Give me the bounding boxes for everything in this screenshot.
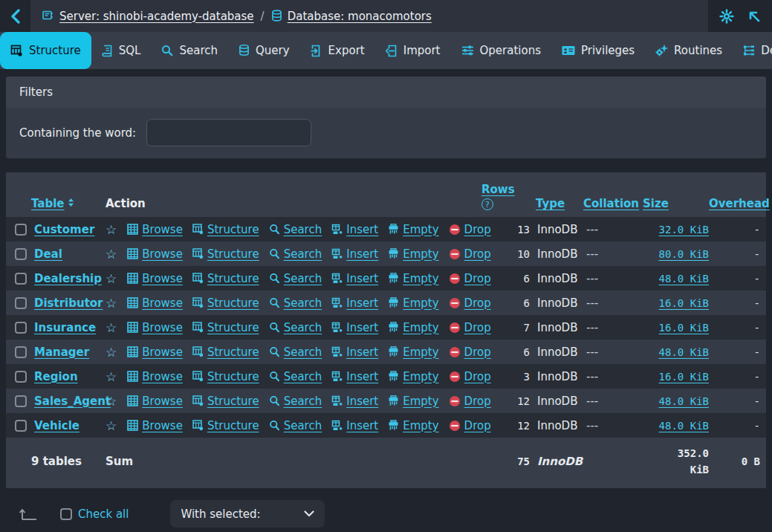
favorite-star-icon[interactable]: ☆	[106, 320, 117, 335]
browse-link[interactable]: Browse	[127, 272, 183, 285]
row-size-link[interactable]: 48.0 KiB	[659, 395, 709, 407]
structure-link[interactable]: Structure	[192, 296, 259, 310]
insert-link[interactable]: Insert	[331, 296, 378, 310]
structure-link[interactable]: Structure	[192, 247, 259, 261]
table-name-link[interactable]: Manager	[31, 346, 89, 359]
search-link[interactable]: Search	[269, 419, 322, 432]
table-name-link[interactable]: Insurance	[31, 321, 96, 334]
tab-export[interactable]: Export	[300, 32, 375, 69]
rows-help-icon[interactable]: ?	[481, 198, 493, 210]
browse-link[interactable]: Browse	[127, 247, 183, 261]
search-link[interactable]: Search	[269, 223, 322, 236]
structure-link[interactable]: Structure	[192, 223, 259, 236]
table-name-link[interactable]: Dealership	[31, 272, 102, 285]
browse-link[interactable]: Browse	[127, 395, 183, 408]
empty-link[interactable]: Empty	[388, 223, 438, 236]
favorite-star-icon[interactable]: ☆	[106, 345, 117, 360]
sort-size-link[interactable]: Size	[643, 197, 669, 210]
containing-word-input[interactable]	[146, 119, 311, 146]
row-size-link[interactable]: 48.0 KiB	[659, 420, 709, 432]
row-checkbox[interactable]	[15, 395, 27, 407]
table-name-link[interactable]: Region	[31, 370, 78, 383]
row-checkbox[interactable]	[15, 297, 27, 309]
row-checkbox[interactable]	[15, 248, 27, 260]
favorite-star-icon[interactable]: ☆	[106, 418, 117, 433]
insert-link[interactable]: Insert	[331, 247, 378, 261]
table-name-link[interactable]: Distributor	[31, 296, 103, 310]
with-selected-dropdown[interactable]: With selected:	[170, 500, 325, 528]
structure-link[interactable]: Structure	[192, 321, 259, 334]
tab-sql[interactable]: SQL	[91, 32, 152, 69]
empty-link[interactable]: Empty	[388, 296, 438, 310]
tab-routines[interactable]: Routines	[645, 32, 733, 69]
browse-link[interactable]: Browse	[127, 223, 183, 236]
favorite-star-icon[interactable]: ☆	[106, 271, 117, 286]
empty-link[interactable]: Empty	[388, 346, 438, 359]
empty-link[interactable]: Empty	[388, 395, 438, 408]
empty-link[interactable]: Empty	[388, 370, 438, 383]
tab-operations[interactable]: Operations	[451, 32, 551, 69]
search-link[interactable]: Search	[269, 247, 322, 261]
empty-link[interactable]: Empty	[388, 419, 438, 432]
empty-link[interactable]: Empty	[388, 272, 438, 285]
browse-link[interactable]: Browse	[127, 370, 183, 383]
table-name-link[interactable]: Customer	[31, 223, 94, 236]
browse-link[interactable]: Browse	[127, 321, 183, 334]
browse-link[interactable]: Browse	[127, 419, 183, 432]
structure-link[interactable]: Structure	[192, 272, 259, 285]
tab-query[interactable]: Query	[228, 32, 300, 69]
insert-link[interactable]: Insert	[331, 370, 378, 383]
sort-overhead-link[interactable]: Overhead	[709, 197, 770, 210]
row-checkbox[interactable]	[15, 346, 27, 358]
search-link[interactable]: Search	[269, 321, 322, 334]
sort-collation-link[interactable]: Collation	[583, 197, 639, 210]
insert-link[interactable]: Insert	[331, 346, 378, 359]
back-button[interactable]	[0, 0, 30, 32]
tab-structure[interactable]: Structure	[0, 32, 91, 69]
settings-gear-icon[interactable]	[719, 9, 734, 24]
row-checkbox[interactable]	[15, 273, 27, 285]
search-link[interactable]: Search	[269, 272, 322, 285]
row-size-link[interactable]: 80.0 KiB	[659, 248, 709, 260]
sort-arrows-icon[interactable]	[68, 198, 74, 207]
favorite-star-icon[interactable]: ☆	[106, 247, 117, 262]
row-size-link[interactable]: 48.0 KiB	[659, 346, 709, 358]
insert-link[interactable]: Insert	[331, 223, 378, 236]
row-size-link[interactable]: 16.0 KiB	[659, 371, 709, 383]
empty-link[interactable]: Empty	[388, 247, 438, 261]
tab-import[interactable]: Import	[375, 32, 451, 69]
table-name-link[interactable]: Deal	[31, 247, 62, 261]
browse-link[interactable]: Browse	[127, 346, 183, 359]
tab-search[interactable]: Search	[151, 32, 228, 69]
row-size-link[interactable]: 48.0 KiB	[659, 273, 709, 285]
structure-link[interactable]: Structure	[192, 395, 259, 408]
sort-rows-link[interactable]: Rows	[481, 183, 530, 196]
row-checkbox[interactable]	[15, 371, 27, 383]
row-size-link[interactable]: 16.0 KiB	[659, 297, 709, 309]
table-name-link[interactable]: Sales_Agent	[31, 395, 111, 408]
sort-type-link[interactable]: Type	[536, 197, 565, 210]
row-size-link[interactable]: 32.0 KiB	[659, 224, 709, 236]
browse-link[interactable]: Browse	[127, 296, 183, 310]
empty-link[interactable]: Empty	[388, 321, 438, 334]
favorite-star-icon[interactable]: ☆	[106, 369, 117, 384]
row-checkbox[interactable]	[15, 224, 27, 236]
database-link[interactable]: Database: monacomotors	[288, 10, 432, 23]
structure-link[interactable]: Structure	[192, 346, 259, 359]
search-link[interactable]: Search	[269, 395, 322, 408]
collapse-top-arrow-icon[interactable]	[747, 10, 761, 23]
insert-link[interactable]: Insert	[331, 395, 378, 408]
check-all[interactable]: Check all	[60, 507, 129, 521]
structure-link[interactable]: Structure	[192, 419, 259, 432]
server-link[interactable]: Server: shinobi-academy-database	[59, 10, 254, 23]
row-size-link[interactable]: 16.0 KiB	[659, 322, 709, 334]
tab-designer[interactable]: Designer	[733, 32, 772, 69]
favorite-star-icon[interactable]: ☆	[106, 296, 117, 311]
row-checkbox[interactable]	[15, 420, 27, 432]
row-checkbox[interactable]	[15, 322, 27, 334]
search-link[interactable]: Search	[269, 346, 322, 359]
tab-privileges[interactable]: Privileges	[551, 32, 645, 69]
insert-link[interactable]: Insert	[331, 272, 378, 285]
search-link[interactable]: Search	[269, 370, 322, 383]
insert-link[interactable]: Insert	[331, 321, 378, 334]
